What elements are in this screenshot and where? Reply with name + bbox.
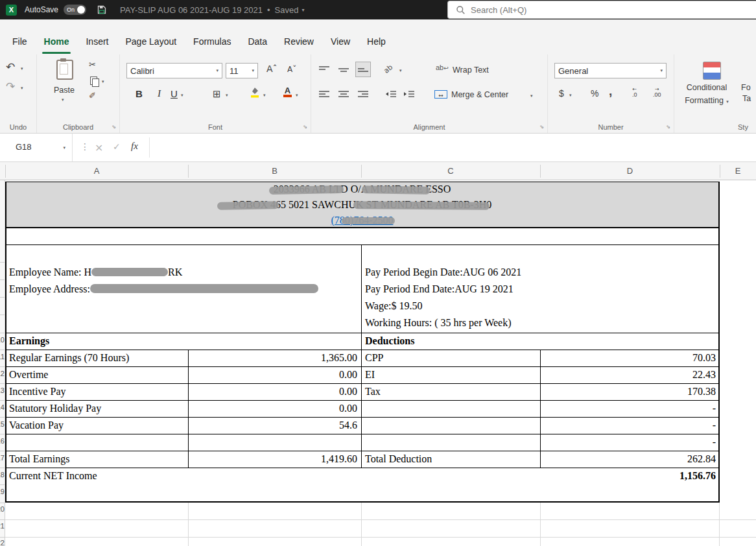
insert-function-icon[interactable]: fx (131, 141, 138, 152)
number-dialog-launcher-icon[interactable]: ⇘ (666, 124, 670, 130)
orientation-icon[interactable]: ab (382, 63, 394, 75)
copy-caret-icon[interactable]: ▾ (102, 79, 104, 84)
align-middle-icon[interactable] (338, 65, 349, 77)
font-size-select[interactable]: 11 ▾ (226, 63, 258, 78)
align-right-icon[interactable] (358, 89, 368, 101)
cell-employee-name[interactable]: Employee Name: HRK (9, 267, 182, 278)
clipboard-dialog-launcher-icon[interactable]: ⇘ (112, 124, 116, 130)
cut-icon[interactable]: ✂ (89, 60, 96, 69)
align-left-icon[interactable] (319, 89, 329, 101)
cell-earning-value[interactable]: 0.00 (189, 386, 357, 398)
save-icon[interactable] (97, 5, 107, 15)
paste-button[interactable]: Paste (37, 86, 91, 95)
tab-view[interactable]: View (322, 34, 359, 49)
cell-deductions-header[interactable]: Deductions (365, 335, 414, 347)
conditional-formatting-button-line2[interactable]: Formatting ▾ (674, 94, 739, 106)
align-center-icon[interactable] (338, 89, 349, 101)
formula-input[interactable] (150, 134, 756, 161)
cell-earning-label[interactable]: Incentive Pay (9, 386, 66, 398)
merge-center-icon[interactable]: ↔ (434, 90, 447, 99)
accounting-format-icon[interactable]: $ (559, 88, 564, 99)
column-header-d[interactable]: D (540, 166, 720, 176)
format-as-table-button-cut-line2[interactable]: Ta (742, 94, 751, 103)
row-header[interactable]: 22 (0, 539, 5, 546)
row-header[interactable]: 11 (0, 353, 5, 363)
cell-total-deduction-label[interactable]: Total Deduction (365, 453, 432, 465)
cell-total-earnings-value[interactable]: 1,419.60 (189, 453, 357, 465)
undo-caret-icon[interactable]: ▾ (21, 66, 23, 71)
cell-earning-value[interactable]: 54.6 (189, 420, 357, 431)
conditional-formatting-button-line1[interactable]: Conditional (674, 83, 739, 92)
cell-earning-value[interactable]: 0.00 (189, 403, 357, 414)
fill-color-caret-icon[interactable]: ▾ (263, 93, 266, 98)
decrease-indent-icon[interactable] (386, 89, 396, 101)
percent-style-icon[interactable]: % (591, 88, 598, 99)
cancel-icon[interactable]: × (95, 141, 103, 154)
bold-button[interactable]: B (136, 88, 143, 99)
cell-deduction-value[interactable]: 22.43 (541, 369, 716, 381)
paste-caret-icon[interactable]: ▾ (62, 97, 64, 102)
cell-employee-address[interactable]: Employee Address: (9, 283, 318, 295)
borders-caret-icon[interactable]: ▾ (226, 93, 228, 98)
cell-deduction-value[interactable]: - (541, 420, 716, 431)
align-bottom-icon-selected[interactable] (355, 62, 371, 77)
format-painter-icon[interactable]: ✐ (89, 91, 96, 101)
cell-total-deduction-value[interactable]: 262.84 (541, 453, 716, 465)
tab-review[interactable]: Review (276, 34, 322, 49)
cell-deduction-value[interactable]: - (541, 403, 716, 414)
italic-button[interactable]: I (158, 88, 161, 99)
redo-caret-icon[interactable]: ▾ (21, 86, 23, 91)
excel-app-icon[interactable]: X (6, 5, 17, 16)
cell-deduction-value[interactable]: 70.03 (541, 352, 716, 364)
cell-net-income-label[interactable]: Current NET Income (9, 470, 97, 482)
fill-color-icon[interactable] (250, 87, 260, 101)
saved-status[interactable]: Saved (275, 5, 299, 15)
cell-deduction-label[interactable]: Tax (365, 386, 381, 398)
font-color-icon[interactable]: A (283, 87, 292, 97)
chevron-down-icon[interactable]: ▾ (301, 7, 304, 13)
increase-decimal-icon[interactable]: ←.0 (632, 87, 637, 97)
row-header[interactable]: 19 (0, 488, 5, 498)
grow-font-icon[interactable]: Aˆ (266, 64, 278, 74)
row-header-strip[interactable]: 10 11 12 13 14 15 16 17 18 19 20 21 22 (0, 180, 5, 546)
cell-working-hours[interactable]: Working Hours: ( 35 hrs per Week) (365, 317, 512, 329)
shrink-font-icon[interactable]: Aˇ (287, 65, 296, 74)
font-dialog-launcher-icon[interactable]: ⇘ (303, 124, 307, 130)
font-name-select[interactable]: Calibri ▾ (126, 63, 222, 78)
font-color-caret-icon[interactable]: ▾ (296, 93, 298, 98)
row-header[interactable]: 21 (0, 522, 5, 532)
search-box[interactable]: Search (Alt+Q) (447, 1, 756, 19)
cell-earning-label[interactable]: Statutory Holiday Pay (9, 403, 101, 414)
row-header[interactable]: 15 (0, 420, 5, 431)
format-as-table-button-cut-line1[interactable]: Fo (741, 83, 751, 92)
column-header-e[interactable]: E (720, 166, 756, 176)
worksheet-grid[interactable]: 2033966 AB LTD O/A MUNDARE ESSO POBOX 46… (0, 180, 756, 546)
wrap-text-button[interactable]: Wrap Text (453, 65, 489, 75)
column-header-a[interactable]: A (5, 166, 188, 176)
borders-icon[interactable]: ⊞ (213, 88, 221, 100)
underline-button[interactable]: U (171, 88, 178, 99)
cell-pay-period-begin[interactable]: Pay Period Begin Date:AUG 06 2021 (365, 267, 521, 278)
underline-caret-icon[interactable]: ▾ (181, 93, 183, 98)
align-top-icon[interactable] (319, 65, 329, 77)
enter-icon[interactable]: ✓ (113, 141, 121, 152)
comma-style-icon[interactable]: , (609, 84, 612, 99)
wrap-text-icon[interactable]: ab↩ (436, 64, 449, 71)
autosave-toggle[interactable]: On (64, 5, 86, 15)
column-header-c[interactable]: C (361, 166, 540, 176)
cell-deduction-label[interactable]: EI (365, 369, 375, 381)
alignment-dialog-launcher-icon[interactable]: ⇘ (539, 124, 544, 130)
cell-earnings-header[interactable]: Earnings (9, 335, 49, 347)
cell-earning-label[interactable]: Overtime (9, 369, 48, 381)
cell-earning-label[interactable]: Regular Earnings (70 Hours) (9, 352, 129, 364)
tab-help[interactable]: Help (359, 34, 394, 49)
merge-center-caret-icon[interactable]: ▾ (530, 93, 533, 99)
tab-insert[interactable]: Insert (77, 34, 117, 49)
row-header[interactable]: 14 (0, 403, 5, 414)
row-header[interactable]: 13 (0, 386, 5, 397)
redo-icon[interactable]: ↷ (6, 80, 15, 93)
cell-deduction-label[interactable]: CPP (365, 352, 383, 364)
undo-icon[interactable]: ↶ (6, 60, 15, 73)
cell-wage[interactable]: Wage:$ 19.50 (365, 300, 422, 312)
row-header[interactable]: 17 (0, 454, 5, 464)
